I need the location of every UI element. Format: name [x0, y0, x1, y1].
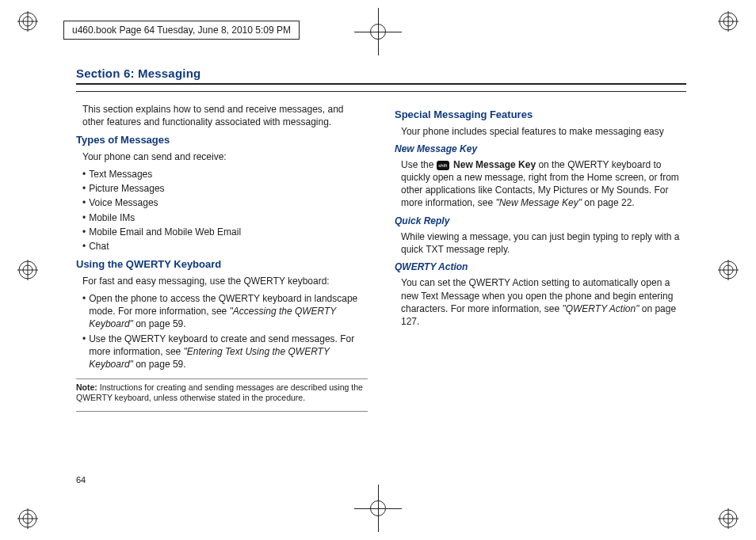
note-text: Instructions for creating and sending me… [76, 382, 363, 402]
new-message-key-paragraph: Use the shift New Message Key on the QWE… [401, 158, 686, 210]
quick-reply-paragraph: While viewing a message, you can just be… [401, 230, 686, 256]
rule-thin [76, 91, 686, 92]
list-item-label: Picture Messages [89, 182, 164, 195]
page-number: 64 [76, 475, 86, 485]
crosshair-bottom [354, 485, 402, 532]
heading-qwerty-action: QWERTY Action [395, 260, 686, 273]
list-item-label: Mobile Email and Mobile Web Email [89, 226, 241, 238]
note-label: Note: [76, 382, 100, 392]
bullet-icon: • [82, 240, 86, 253]
registration-mark-bottom-left [17, 508, 38, 529]
pdf-header-text: u460.book Page 64 Tuesday, June 8, 2010 … [72, 25, 291, 36]
list-item-body: Open the phone to access the QWERTY keyb… [89, 292, 368, 331]
new-message-key-label: New Message Key [451, 159, 536, 170]
registration-mark-mid-left [17, 260, 38, 280]
svg-point-12 [720, 261, 737, 279]
heading-new-message-key: New Message Key [395, 143, 686, 155]
list-item: •Chat [82, 240, 368, 253]
svg-point-17 [23, 514, 32, 523]
types-intro: Your phone can send and receive: [82, 150, 368, 163]
svg-point-16 [19, 510, 36, 527]
page: u460.book Page 64 Tuesday, June 8, 2010 … [0, 0, 756, 540]
heading-special-messaging: Special Messaging Features [395, 108, 686, 122]
list-item: •Mobile IMs [82, 211, 368, 224]
bullet-icon: • [82, 182, 86, 195]
svg-point-21 [724, 514, 733, 523]
intro-paragraph: This section explains how to send and re… [82, 103, 368, 128]
list-item-label: Voice Messages [89, 196, 158, 209]
heading-types-of-messages: Types of Messages [76, 133, 368, 147]
svg-point-9 [23, 265, 32, 275]
bullet-icon: • [82, 211, 86, 224]
list-item-label: Chat [89, 240, 109, 253]
list-item: •Voice Messages [82, 196, 368, 209]
list-item: •Picture Messages [82, 182, 368, 195]
heading-quick-reply: Quick Reply [395, 215, 686, 227]
special-intro: Your phone includes special features to … [401, 125, 686, 138]
svg-point-4 [720, 13, 737, 30]
svg-point-13 [724, 265, 733, 275]
qwerty-action-paragraph: You can set the QWERTY Action setting to… [401, 276, 686, 328]
bullet-icon: • [82, 168, 86, 181]
columns: This section explains how to send and re… [76, 103, 686, 415]
registration-mark-top-left [17, 11, 38, 32]
content-area: Section 6: Messaging This section explai… [76, 67, 686, 415]
list-item-label: Text Messages [89, 168, 152, 181]
heading-using-qwerty: Using the QWERTY Keyboard [76, 257, 368, 272]
rule-heavy [76, 83, 686, 85]
column-left: This section explains how to send and re… [76, 103, 368, 415]
svg-point-5 [724, 17, 733, 26]
bullet-icon: • [82, 226, 86, 238]
registration-mark-top-right [718, 11, 739, 32]
pdf-header-box: u460.book Page 64 Tuesday, June 8, 2010 … [63, 21, 300, 40]
note-rule-top [76, 378, 368, 379]
note-rule-bottom [76, 411, 368, 412]
qwerty-intro: For fast and easy messaging, use the QWE… [82, 275, 368, 287]
registration-mark-bottom-right [718, 508, 739, 529]
registration-mark-mid-right [718, 260, 739, 280]
svg-point-0 [19, 13, 36, 30]
list-item: • Use the QWERTY keyboard to create and … [82, 333, 368, 371]
list-item-label: Mobile IMs [89, 211, 135, 224]
cross-reference: "New Message Key" [495, 197, 582, 208]
note-block: Note: Instructions for creating and send… [76, 382, 368, 403]
svg-point-1 [23, 17, 32, 26]
bullet-icon: • [82, 196, 86, 209]
list-item: •Mobile Email and Mobile Web Email [82, 226, 368, 238]
crosshair-top [354, 8, 402, 55]
column-right: Special Messaging Features Your phone in… [395, 103, 686, 415]
svg-point-8 [19, 261, 36, 279]
list-item-body: Use the QWERTY keyboard to create and se… [89, 333, 368, 371]
bullet-icon: • [82, 292, 86, 331]
bullet-icon: • [82, 333, 86, 371]
shift-key-icon: shift [437, 161, 449, 170]
cross-reference: "QWERTY Action" [562, 303, 639, 314]
list-item: •Text Messages [82, 168, 368, 181]
svg-point-20 [720, 510, 737, 527]
list-item: • Open the phone to access the QWERTY ke… [82, 292, 368, 331]
section-title: Section 6: Messaging [76, 67, 686, 80]
